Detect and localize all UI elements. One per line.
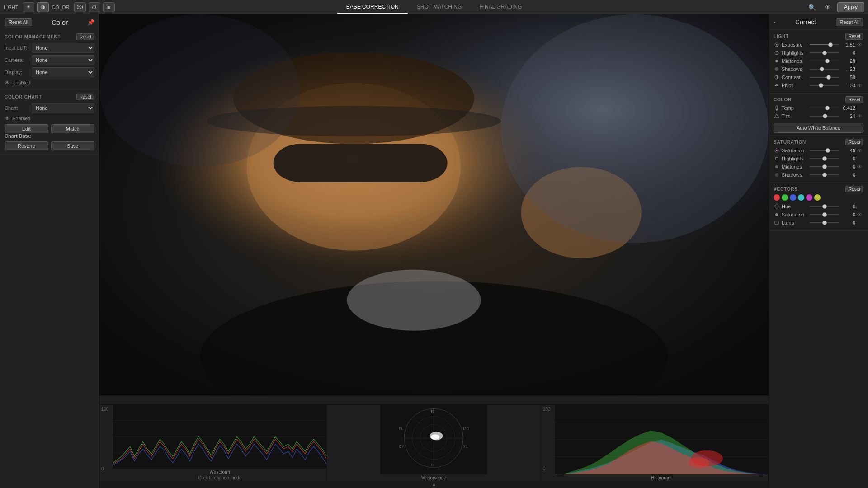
svg-text:MG: MG [463, 427, 469, 431]
sat-midtones-row: Midtones 0 👁 [774, 164, 863, 170]
apply-button[interactable]: Apply [837, 2, 864, 12]
shadows-row: Shadows -23 [774, 66, 863, 72]
exposure-slider[interactable] [810, 42, 839, 48]
vec-sat-eye-icon[interactable]: 👁 [857, 212, 863, 217]
tint-slider[interactable] [810, 113, 839, 119]
auto-white-balance-btn[interactable]: Auto White Balance [774, 123, 863, 133]
tint-eye-icon[interactable]: 👁 [857, 113, 863, 119]
color-reset-btn[interactable]: Reset [845, 96, 863, 103]
input-lut-label: Input LUT: [5, 45, 32, 51]
highlights-slider[interactable] [810, 50, 839, 56]
tab-shot-matching[interactable]: SHOT MATCHING [408, 1, 471, 14]
exposure-eye-icon[interactable]: 👁 [857, 42, 863, 47]
vectors-red-dot[interactable] [774, 194, 780, 201]
svg-point-41 [775, 60, 778, 62]
chevron-up-icon[interactable]: ▲ [432, 482, 436, 487]
vectors-reset-btn[interactable]: Reset [845, 186, 863, 192]
vectors-magenta-dot[interactable] [806, 194, 812, 201]
svg-point-49 [776, 150, 778, 151]
sat-midtones-eye-icon[interactable]: 👁 [857, 164, 863, 169]
shadows-slider[interactable] [810, 66, 839, 72]
input-lut-select[interactable]: None [32, 43, 94, 53]
sat-slider[interactable] [810, 147, 839, 154]
vec-luma-label: Luma [782, 220, 808, 225]
clock-icon-btn[interactable]: ⏱ [89, 2, 100, 12]
tab-final-grading[interactable]: FINAL GRADING [471, 1, 531, 14]
light-reset-btn[interactable]: Reset [845, 33, 863, 40]
pivot-value: -33 [841, 83, 855, 88]
cm-enabled-label: Enabled [12, 80, 30, 85]
palette-icon-btn[interactable]: ⟨K⟩ [74, 2, 86, 12]
sat-eye-icon[interactable]: 👁 [857, 148, 863, 153]
chart-select[interactable]: None [32, 103, 94, 113]
midtones-slider[interactable] [810, 58, 839, 64]
vectors-blue-dot[interactable] [790, 194, 796, 201]
vec-hue-row: Hue 0 [774, 203, 863, 210]
chart-label: Chart: [5, 105, 32, 111]
exposure-row: Exposure 1.51 👁 [774, 42, 863, 48]
restore-button[interactable]: Restore [5, 141, 48, 150]
sat-midtones-value: 0 [841, 164, 855, 169]
display-select[interactable]: None [32, 67, 94, 77]
cm-eye-icon[interactable]: 👁 [5, 80, 10, 86]
contrast-slider[interactable] [810, 74, 839, 80]
pivot-eye-icon[interactable]: 👁 [857, 83, 863, 88]
temp-slider[interactable] [810, 105, 839, 111]
right-panel-header: ▪ Correct Reset All [769, 14, 868, 30]
color-section: COLOR Reset Temp 6,412 [769, 94, 868, 136]
sat-highlights-slider[interactable] [810, 155, 839, 162]
waveform-scope[interactable] [113, 405, 326, 469]
eye-preview-btn[interactable]: 👁 [822, 2, 834, 12]
camera-select[interactable]: None [32, 55, 94, 65]
vec-luma-slider[interactable] [810, 220, 839, 226]
exposure-label: Exposure [782, 42, 808, 47]
svg-rect-44 [775, 85, 778, 86]
reset-all-button[interactable]: Reset All [5, 18, 32, 26]
highlights-value: 0 [841, 50, 855, 56]
menu-icon-btn[interactable]: ≡ [103, 2, 115, 12]
vectorscope-scope[interactable]: R MG YL G CY BL [327, 405, 540, 474]
svg-text:BL: BL [399, 427, 404, 431]
search-icon-btn[interactable]: 🔍 [807, 2, 818, 12]
vectors-cyan-dot[interactable] [798, 194, 804, 201]
tab-base-correction[interactable]: BASE CORRECTION [337, 1, 408, 14]
vec-hue-slider[interactable] [810, 203, 839, 210]
vectors-yellow-dot[interactable] [814, 194, 821, 201]
contrast-slider-icon [774, 74, 780, 80]
saturation-reset-btn[interactable]: Reset [845, 139, 863, 145]
saturation-section-title: SATURATION [774, 140, 806, 145]
color-chart-reset-btn[interactable]: Reset [76, 94, 94, 100]
svg-point-53 [775, 205, 778, 208]
edit-button[interactable]: Edit [5, 124, 48, 133]
temp-value: 6,412 [841, 105, 855, 111]
match-button[interactable]: Match [51, 124, 95, 133]
color-chart-section: COLOR CHART Reset Chart: None 👁 Enabled … [0, 90, 99, 155]
saturation-section-header: SATURATION Reset [774, 139, 863, 145]
svg-rect-55 [775, 221, 778, 225]
vec-hue-label: Hue [782, 204, 808, 209]
save-button[interactable]: Save [51, 141, 95, 150]
sat-shadows-slider[interactable] [810, 172, 839, 178]
color-management-reset-btn[interactable]: Reset [76, 33, 94, 40]
sat-highlights-icon [774, 155, 780, 162]
sun-icon-btn[interactable]: ☀ [23, 2, 34, 12]
histogram-scope[interactable] [555, 405, 768, 474]
vec-sat-slider[interactable] [810, 211, 839, 218]
rp-reset-all-btn[interactable]: Reset All [836, 18, 863, 26]
pivot-label: Pivot [782, 83, 808, 88]
sat-shadows-row: Shadows 0 [774, 172, 863, 178]
saturation-section: SATURATION Reset Saturation 46 👁 [769, 136, 868, 183]
contrast-icon-btn[interactable]: ◑ [37, 2, 49, 12]
pivot-icon [774, 82, 780, 89]
vectors-green-dot[interactable] [782, 194, 788, 201]
tint-row: Tint 24 👁 [774, 113, 863, 119]
shadows-label: Shadows [782, 66, 808, 72]
color-section-title: COLOR [774, 97, 792, 102]
cc-eye-icon[interactable]: 👁 [5, 115, 10, 122]
svg-rect-6 [274, 144, 448, 182]
svg-point-52 [775, 173, 778, 177]
pivot-slider[interactable] [810, 82, 839, 89]
svg-point-50 [775, 157, 778, 160]
vectors-section-header: VECTORS Reset [774, 186, 863, 192]
sat-midtones-slider[interactable] [810, 164, 839, 170]
